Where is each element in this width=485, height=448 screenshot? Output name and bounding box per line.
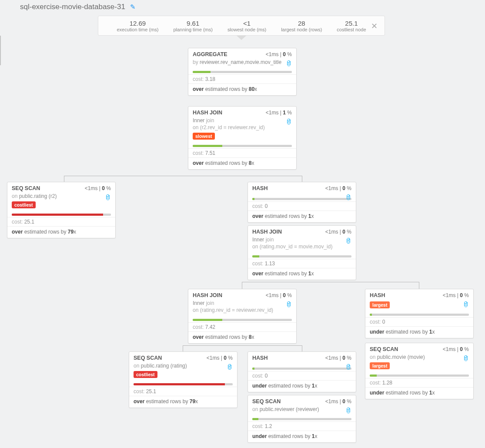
- estimate-row: under estimated rows by 1x: [365, 326, 473, 338]
- database-icon[interactable]: 🛢: [462, 354, 469, 362]
- estimate-row: over estimated rows by 1x: [248, 211, 356, 222]
- cost-row: cost: 0: [248, 371, 356, 380]
- database-icon[interactable]: 🛢: [285, 118, 292, 125]
- node-join-type: Inner join: [252, 236, 351, 243]
- cost-bar: [252, 368, 351, 370]
- node-hash-1[interactable]: HASH <1ms | 0 % 🛢 cost: 0 over estimated…: [248, 182, 356, 223]
- node-relation: on public.rating (r2): [12, 193, 111, 200]
- cost-bar: [193, 145, 292, 147]
- node-hash-3[interactable]: HASH <1ms | 0 % 🛢 largest cost: 0 under …: [365, 289, 474, 338]
- stat-execution-time: 12.69 execution time (ms): [111, 20, 164, 32]
- cost-row: cost: 1.28: [365, 378, 473, 387]
- cost-row: cost: 25.1: [129, 387, 237, 396]
- connector: [0, 42, 1, 50]
- node-hash-2[interactable]: HASH <1ms | 0 % 🛢 cost: 0 under estimate…: [248, 351, 356, 392]
- cost-row: cost: 0: [248, 201, 356, 211]
- database-icon[interactable]: 🛢: [226, 363, 233, 371]
- connector: [0, 57, 1, 65]
- page-title: sql-exercise-movie-database-31 ✎: [0, 0, 485, 13]
- cost-row: cost: 1.2: [248, 421, 356, 431]
- node-title: HASH JOIN: [252, 229, 282, 235]
- database-icon[interactable]: 🛢: [345, 194, 351, 201]
- node-relation: on public.reviewer (reviewer): [252, 406, 351, 413]
- node-aggregate[interactable]: AGGREGATE <1ms | 0 % 🛢 by reviewer.rev_n…: [188, 48, 297, 96]
- close-stats-icon[interactable]: ✕: [371, 21, 378, 31]
- cost-row: cost: 25.1: [7, 217, 115, 226]
- estimate-row: over estimated rows by 1x: [248, 268, 356, 280]
- cost-bar: [193, 71, 292, 73]
- node-hash-join-3[interactable]: HASH JOIN <1ms | 0 % 🛢 Inner join on (ra…: [188, 289, 297, 344]
- database-icon[interactable]: 🛢: [285, 60, 292, 67]
- cost-bar: [252, 198, 351, 200]
- node-metrics: <1ms | 1 %: [266, 110, 292, 116]
- node-join-on: on (r2.rev_id = reviewer.rev_id): [193, 124, 292, 131]
- node-metrics: <1ms | 0 %: [443, 346, 469, 352]
- node-title: SEQ SCAN: [370, 346, 398, 352]
- node-title: HASH JOIN: [193, 292, 222, 298]
- node-metrics: <1ms | 0 %: [325, 398, 351, 405]
- node-seqscan-movie[interactable]: SEQ SCAN <1ms | 0 % 🛢 on public.movie (m…: [365, 343, 474, 399]
- node-hash-join-2[interactable]: HASH JOIN <1ms | 0 % 🛢 Inner join on (ra…: [248, 225, 356, 280]
- node-metrics: <1ms | 0 %: [85, 185, 111, 191]
- cost-bar: [370, 314, 469, 316]
- connector: [0, 50, 1, 57]
- stats-panel: 12.69 execution time (ms) 9.61 planning …: [98, 16, 385, 36]
- cost-row: cost: 0: [365, 317, 473, 326]
- node-join-type: Inner join: [193, 117, 292, 124]
- node-group-by: by reviewer.rev_name,movie.mov_title: [193, 59, 292, 66]
- node-title: HASH: [252, 355, 268, 361]
- node-join-type: Inner join: [193, 300, 292, 307]
- node-metrics: <1ms | 0 %: [443, 292, 469, 298]
- node-join-on: on (rating.mov_id = movie.mov_id): [252, 243, 351, 250]
- node-title: SEQ SCAN: [252, 398, 281, 405]
- stat-largest-node: 28 largest node (rows): [276, 20, 327, 32]
- cost-row: cost: 1.13: [248, 259, 356, 268]
- cost-bar: [252, 418, 351, 420]
- slowest-badge: slowest: [193, 133, 215, 140]
- node-title: HASH: [252, 185, 268, 191]
- database-icon[interactable]: 🛢: [285, 301, 292, 308]
- node-join-on: on (rating.rev_id = reviewer.rev_id): [193, 307, 292, 314]
- database-icon[interactable]: 🛢: [104, 194, 111, 201]
- node-metrics: <1ms | 0 %: [325, 185, 351, 191]
- plan-canvas: AGGREGATE <1ms | 0 % 🛢 by reviewer.rev_n…: [0, 36, 485, 448]
- database-icon[interactable]: 🛢: [462, 301, 469, 308]
- estimate-row: over estimated rows by 80x: [188, 84, 296, 95]
- database-icon[interactable]: 🛢: [345, 407, 351, 414]
- estimate-row: under estimated rows by 1x: [365, 387, 473, 399]
- node-title: SEQ SCAN: [12, 185, 40, 191]
- arrow-down-icon: [236, 35, 247, 40]
- stat-slowest-node: <1 slowest node (ms): [222, 20, 271, 32]
- cost-bar: [134, 383, 233, 385]
- costliest-badge: costliest: [12, 201, 36, 208]
- cost-row: cost: 7.51: [188, 148, 296, 157]
- connector: [0, 36, 1, 42]
- node-title: HASH: [370, 292, 385, 298]
- stat-costliest-node: 25.1 costliest node: [331, 20, 371, 32]
- costliest-badge: costliest: [134, 371, 157, 378]
- database-icon[interactable]: 🛢: [345, 363, 351, 371]
- database-icon[interactable]: 🛢: [345, 237, 351, 244]
- node-metrics: <1ms | 0 %: [325, 355, 351, 361]
- cost-row: cost: 3.18: [188, 74, 296, 84]
- node-title: AGGREGATE: [193, 51, 227, 57]
- node-title: HASH JOIN: [193, 110, 222, 116]
- cost-row: cost: 7.42: [188, 322, 296, 331]
- node-metrics: <1ms | 0 %: [325, 229, 351, 235]
- estimate-row: under estimated rows by 1x: [248, 380, 356, 392]
- edit-title-icon[interactable]: ✎: [130, 3, 136, 11]
- node-relation: on public.movie (movie): [370, 354, 469, 361]
- estimate-row: over estimated rows by 79x: [7, 226, 115, 238]
- cost-bar: [252, 255, 351, 257]
- node-title: SEQ SCAN: [134, 355, 162, 361]
- node-seqscan-reviewer[interactable]: SEQ SCAN <1ms | 0 % 🛢 on public.reviewer…: [248, 395, 356, 443]
- estimate-row: under estimated rows by 1x: [248, 431, 356, 442]
- estimate-row: over estimated rows by 8x: [188, 331, 296, 343]
- cost-bar: [193, 319, 292, 321]
- node-seqscan-rating[interactable]: SEQ SCAN <1ms | 0 % 🛢 on public.rating (…: [129, 351, 237, 408]
- node-seqscan-r2[interactable]: SEQ SCAN <1ms | 0 % 🛢 on public.rating (…: [7, 182, 116, 238]
- estimate-row: over estimated rows by 79x: [129, 396, 237, 408]
- node-metrics: <1ms | 0 %: [207, 355, 233, 361]
- node-hash-join-1[interactable]: HASH JOIN <1ms | 1 % 🛢 Inner join on (r2…: [188, 106, 297, 170]
- largest-badge: largest: [370, 362, 390, 369]
